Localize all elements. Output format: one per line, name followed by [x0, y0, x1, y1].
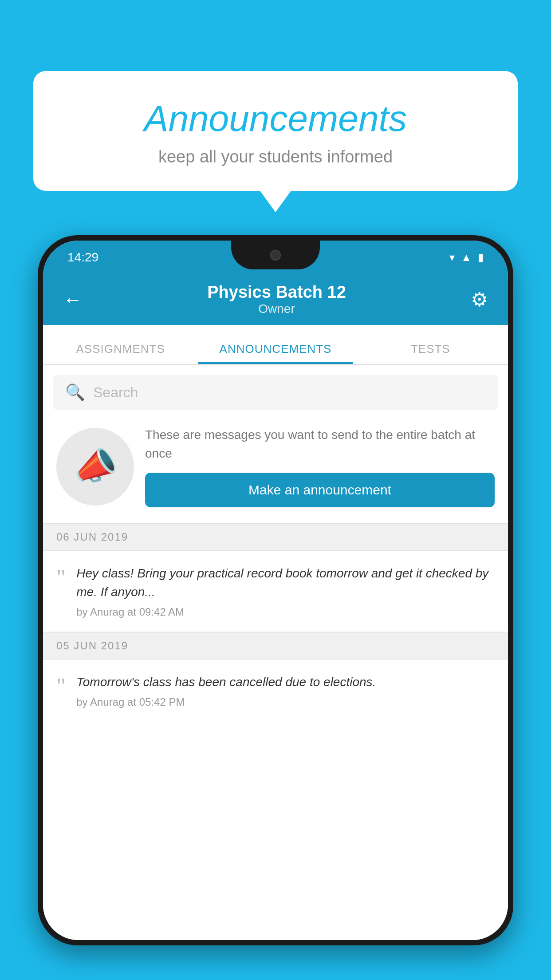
tab-tests[interactable]: TESTS [353, 342, 508, 364]
announcement-prompt-text: These are messages you want to send to t… [145, 426, 495, 463]
announcement-message-1: Hey class! Bring your practical record b… [76, 564, 495, 601]
phone-outer: 14:29 ▾ ▲ ▮ ← Physics Batch 12 Owner ⚙ [38, 235, 513, 945]
status-time: 14:29 [67, 250, 98, 265]
make-announcement-button[interactable]: Make an announcement [145, 473, 495, 507]
app-bar-title-group: Physics Batch 12 Owner [207, 283, 346, 316]
search-bar[interactable]: 🔍 Search [53, 375, 498, 410]
announcement-message-2: Tomorrow's class has been cancelled due … [76, 673, 495, 692]
announcement-meta-2: by Anurag at 05:42 PM [76, 696, 495, 708]
speech-bubble: Announcements keep all your students inf… [33, 71, 518, 191]
signal-icon: ▲ [461, 251, 472, 264]
announcement-prompt: 📣 These are messages you want to send to… [43, 410, 508, 523]
phone-content: 🔍 Search 📣 These are messages you want t… [43, 365, 508, 940]
phone-inner: 14:29 ▾ ▲ ▮ ← Physics Batch 12 Owner ⚙ [43, 241, 508, 940]
announcement-meta-1: by Anurag at 09:42 AM [76, 606, 495, 618]
status-bar: 14:29 ▾ ▲ ▮ [43, 241, 508, 274]
announcement-icon-circle: 📣 [56, 428, 134, 506]
announcement-item-1[interactable]: " Hey class! Bring your practical record… [43, 551, 508, 632]
quote-icon-1: " [56, 566, 66, 589]
tab-assignments[interactable]: ASSIGNMENTS [43, 342, 198, 364]
status-icons: ▾ ▲ ▮ [449, 251, 484, 264]
quote-icon-2: " [56, 675, 66, 698]
tabs-bar: ASSIGNMENTS ANNOUNCEMENTS TESTS [43, 325, 508, 365]
speech-bubble-title: Announcements [60, 98, 491, 139]
wifi-icon: ▾ [449, 251, 455, 264]
camera [270, 250, 281, 261]
announcement-item-2[interactable]: " Tomorrow's class has been cancelled du… [43, 660, 508, 722]
search-placeholder: Search [93, 384, 138, 401]
speech-bubble-subtitle: keep all your students informed [60, 147, 491, 166]
app-bar-subtitle: Owner [207, 302, 346, 316]
battery-icon: ▮ [478, 251, 484, 264]
announcement-text-group-1: Hey class! Bring your practical record b… [76, 564, 495, 618]
phone-notch [231, 241, 320, 269]
announcement-text-group-2: Tomorrow's class has been cancelled due … [76, 673, 495, 708]
date-separator-1: 06 JUN 2019 [43, 523, 508, 551]
app-bar: ← Physics Batch 12 Owner ⚙ [43, 274, 508, 325]
tab-announcements[interactable]: ANNOUNCEMENTS [198, 342, 353, 364]
megaphone-icon: 📣 [70, 442, 121, 491]
app-bar-title: Physics Batch 12 [207, 283, 346, 302]
search-icon: 🔍 [65, 383, 85, 402]
back-button[interactable]: ← [63, 288, 83, 311]
phone-container: 14:29 ▾ ▲ ▮ ← Physics Batch 12 Owner ⚙ [38, 235, 513, 980]
date-separator-2: 05 JUN 2019 [43, 632, 508, 660]
announcement-prompt-right: These are messages you want to send to t… [145, 426, 495, 507]
settings-button[interactable]: ⚙ [471, 288, 488, 311]
speech-bubble-container: Announcements keep all your students inf… [33, 71, 518, 191]
